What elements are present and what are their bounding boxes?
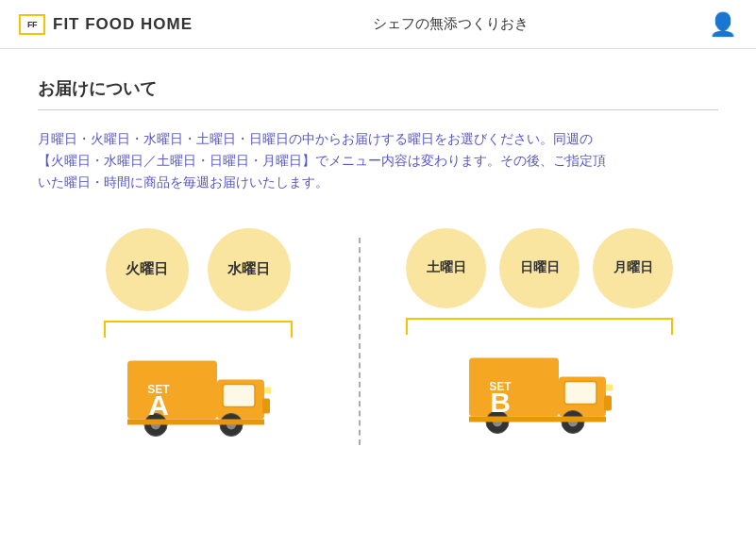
truck-a-svg: SET A <box>123 349 274 443</box>
user-icon[interactable]: 👤 <box>709 11 737 38</box>
set-b-group: 土曜日 日曜日 月曜日 <box>379 228 700 440</box>
delivery-diagram: 火曜日 水曜日 <box>38 228 718 445</box>
svg-rect-2 <box>223 384 255 406</box>
day-circle-wed: 水曜日 <box>208 228 291 311</box>
truck-b: SET B <box>464 346 615 440</box>
bracket-right-b <box>671 318 673 335</box>
svg-rect-3 <box>262 398 270 413</box>
svg-rect-0 <box>127 360 217 419</box>
page-title: お届けについて <box>38 77 718 110</box>
set-b-circles: 土曜日 日曜日 月曜日 <box>406 228 673 308</box>
svg-rect-8 <box>127 419 217 424</box>
svg-rect-9 <box>217 419 264 424</box>
logo-name: FIT FOOD HOME <box>53 15 193 34</box>
day-circle-sat: 土曜日 <box>406 228 486 308</box>
set-a-bracket <box>104 321 293 338</box>
set-divider <box>359 238 361 445</box>
description-line1: 月曜日・火曜日・水曜日・土曜日・日曜日の中からお届けする曜日をお選びください。同… <box>38 132 593 146</box>
set-b-bracket <box>406 318 673 335</box>
svg-rect-15 <box>564 381 596 404</box>
svg-rect-23 <box>606 384 613 390</box>
description-line2: 【火曜日・水曜日／土曜日・日曜日・月曜日】でメニュー内容は変わります。その後、ご… <box>38 154 606 168</box>
set-a-circles: 火曜日 水曜日 <box>106 228 291 311</box>
svg-rect-21 <box>469 416 559 422</box>
svg-rect-22 <box>559 416 606 422</box>
logo-box: FF <box>19 14 45 35</box>
svg-rect-13 <box>469 357 559 416</box>
svg-rect-10 <box>264 387 271 393</box>
main-content: お届けについて 月曜日・火曜日・水曜日・土曜日・日曜日の中からお届けする曜日をお… <box>0 49 756 473</box>
svg-text:A: A <box>148 389 169 420</box>
truck-a: SET A <box>123 349 274 443</box>
day-circle-tue: 火曜日 <box>106 228 189 311</box>
truck-b-svg: SET B <box>464 346 615 440</box>
site-header: FF FIT FOOD HOME シェフの無添つくりおき 👤 <box>0 0 756 49</box>
day-circle-sun: 日曜日 <box>499 228 580 308</box>
svg-rect-16 <box>604 395 612 410</box>
logo: FF FIT FOOD HOME <box>19 14 193 35</box>
description-line3: いた曜日・時間に商品を毎週お届けいたします。 <box>38 175 328 190</box>
description-block: 月曜日・火曜日・水曜日・土曜日・日曜日の中からお届けする曜日をお選びください。同… <box>38 129 718 194</box>
set-a-group: 火曜日 水曜日 <box>57 228 340 443</box>
bracket-right <box>291 321 293 338</box>
header-subtitle: シェフの無添つくりおき <box>373 15 529 33</box>
svg-text:B: B <box>490 386 511 417</box>
day-circle-mon: 月曜日 <box>593 228 673 308</box>
